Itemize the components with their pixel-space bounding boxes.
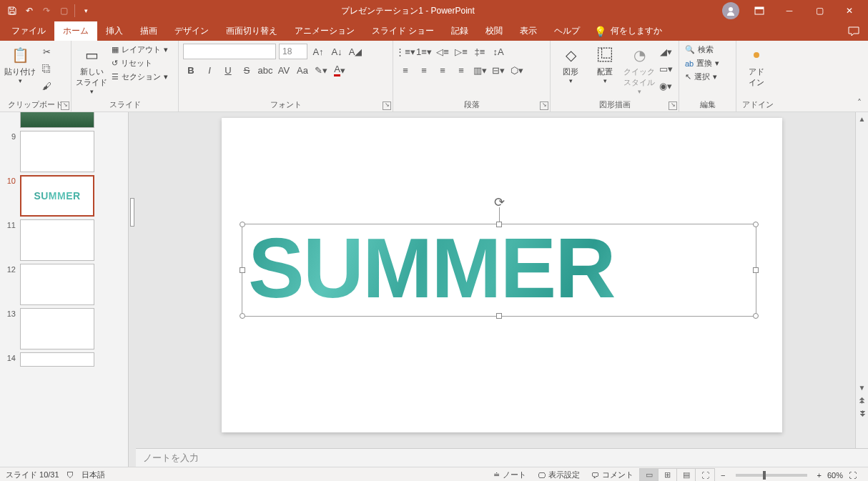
tab-help[interactable]: ヘルプ xyxy=(546,21,588,41)
arrange-button[interactable]: ⿺ 配置▾ xyxy=(589,44,621,84)
align-center-icon[interactable]: ≡ xyxy=(416,62,432,78)
minimize-button[interactable]: ─ xyxy=(775,0,804,21)
zoom-slider-thumb[interactable] xyxy=(763,471,766,480)
thumbnail-row[interactable] xyxy=(0,112,128,129)
redo-icon[interactable]: ↷ xyxy=(39,3,54,19)
shapes-button[interactable]: ◇ 図形▾ xyxy=(555,44,586,84)
section-button[interactable]: ☰セクション ▾ xyxy=(110,71,169,83)
tab-home[interactable]: ホーム xyxy=(54,21,97,41)
shape-fill-icon[interactable]: ◢▾ xyxy=(658,44,674,59)
new-slide-button[interactable]: ▭ 新しい スライド ▾ xyxy=(76,44,107,95)
slide-counter[interactable]: スライド 10/31 xyxy=(6,470,59,480)
notes-pane[interactable]: ノートを入力 xyxy=(136,448,868,467)
decrease-indent-icon[interactable]: ◁≡ xyxy=(435,44,450,59)
character-spacing-icon[interactable]: AV xyxy=(276,62,292,78)
scroll-down-icon[interactable]: ▼ xyxy=(856,381,868,394)
font-dialog-launcher[interactable]: ↘ xyxy=(383,101,391,110)
font-size-input[interactable]: 18 xyxy=(279,44,307,59)
tab-insert[interactable]: 挿入 xyxy=(97,21,132,41)
fit-to-window-icon[interactable]: ⛶ xyxy=(843,471,862,480)
italic-button[interactable]: I xyxy=(202,62,217,78)
reset-button[interactable]: ↺リセット xyxy=(110,57,169,69)
font-color-icon[interactable]: A▾ xyxy=(332,62,347,78)
close-button[interactable]: ✕ xyxy=(835,0,864,21)
thumbnail-row[interactable]: 12 xyxy=(0,262,128,307)
format-painter-icon[interactable]: 🖌 xyxy=(39,78,54,94)
bullets-icon[interactable]: ⋮≡▾ xyxy=(398,44,413,59)
zoom-in-button[interactable]: + xyxy=(812,471,827,480)
slideshow-view-icon[interactable]: ⛶ xyxy=(696,469,714,482)
drawing-dialog-launcher[interactable]: ↘ xyxy=(669,101,677,110)
align-text-icon[interactable]: ⊟▾ xyxy=(490,62,506,78)
tab-transitions[interactable]: 画面切り替え xyxy=(217,21,286,41)
slide[interactable]: ⟳ SUMMER xyxy=(222,118,782,432)
clipboard-dialog-launcher[interactable]: ↘ xyxy=(61,101,69,110)
prev-slide-icon[interactable]: ⯭ xyxy=(856,394,868,407)
clear-formatting-icon[interactable]: A◢ xyxy=(347,44,363,59)
user-avatar[interactable] xyxy=(722,2,739,19)
thumbnail-row[interactable]: 10 SUMMER xyxy=(0,174,128,218)
undo-icon[interactable]: ↶ xyxy=(21,3,37,19)
shape-outline-icon[interactable]: ▭▾ xyxy=(658,61,674,76)
tab-animations[interactable]: アニメーション xyxy=(286,21,363,41)
decrease-font-icon[interactable]: A↓ xyxy=(329,44,345,59)
display-settings-button[interactable]: 🖵 表示設定 xyxy=(532,470,586,480)
increase-indent-icon[interactable]: ▷≡ xyxy=(453,44,469,59)
highlight-icon[interactable]: ✎▾ xyxy=(313,62,329,78)
select-button[interactable]: ↖選択 ▾ xyxy=(684,71,721,83)
sorter-view-icon[interactable]: ⊞ xyxy=(659,469,677,482)
comments-button[interactable]: 🗩 コメント xyxy=(586,470,639,480)
thumbnail-row[interactable]: 11 xyxy=(0,218,128,262)
align-left-icon[interactable]: ≡ xyxy=(398,62,413,78)
resize-handle[interactable] xyxy=(753,313,759,319)
tab-draw[interactable]: 描画 xyxy=(132,21,166,41)
tab-design[interactable]: デザイン xyxy=(166,21,217,41)
shape-effects-icon[interactable]: ◉▾ xyxy=(658,78,674,94)
tab-review[interactable]: 校閲 xyxy=(477,21,511,41)
textbox-content[interactable]: SUMMER xyxy=(242,224,756,312)
vertical-scrollbar[interactable]: ▲ ▼ ⯭ ⯯ xyxy=(855,112,868,448)
resize-handle[interactable] xyxy=(240,313,245,319)
line-spacing-icon[interactable]: ‡≡ xyxy=(472,44,488,59)
ribbon-display-icon[interactable] xyxy=(745,0,774,21)
paragraph-dialog-launcher[interactable]: ↘ xyxy=(540,101,548,110)
change-case-icon[interactable]: Aa xyxy=(295,62,310,78)
scroll-up-icon[interactable]: ▲ xyxy=(856,112,868,125)
normal-view-icon[interactable]: ▭ xyxy=(640,469,659,482)
start-from-beginning-icon[interactable]: ▢ xyxy=(56,3,71,19)
qat-dropdown-icon[interactable]: ▾ xyxy=(78,3,94,19)
splitter-handle[interactable] xyxy=(130,198,134,227)
save-icon[interactable] xyxy=(4,3,20,19)
tab-file[interactable]: ファイル xyxy=(3,21,54,41)
next-slide-icon[interactable]: ⯯ xyxy=(856,407,868,420)
accessibility-icon[interactable]: ⛉ xyxy=(66,471,74,480)
cut-icon[interactable]: ✂ xyxy=(39,44,54,59)
shadow-button[interactable]: abc xyxy=(257,62,273,78)
bold-button[interactable]: B xyxy=(183,62,199,78)
comments-pane-icon[interactable] xyxy=(839,21,868,41)
increase-font-icon[interactable]: A↑ xyxy=(310,44,326,59)
layout-button[interactable]: ▦レイアウト ▾ xyxy=(110,44,169,56)
collapse-ribbon-icon[interactable]: ˄ xyxy=(854,97,865,109)
zoom-slider[interactable] xyxy=(736,474,807,477)
tab-slideshow[interactable]: スライド ショー xyxy=(363,21,443,41)
tab-record[interactable]: 記録 xyxy=(443,21,477,41)
replace-button[interactable]: ab置換 ▾ xyxy=(684,57,721,69)
maximize-button[interactable]: ▢ xyxy=(805,0,834,21)
thumbnail-row[interactable]: 14 xyxy=(0,351,128,368)
addins-button[interactable]: アド イン xyxy=(741,44,772,88)
quick-styles-button[interactable]: ◔ クイック スタイル▾ xyxy=(623,44,655,95)
language-status[interactable]: 日本語 xyxy=(82,470,105,480)
numbering-icon[interactable]: 1≡▾ xyxy=(416,44,432,59)
tell-me-search[interactable]: 💡 何をしますか xyxy=(594,21,662,41)
thumbnail-row[interactable]: 13 xyxy=(0,307,128,351)
copy-icon[interactable]: ⿻ xyxy=(39,61,54,76)
zoom-level[interactable]: 60% xyxy=(827,471,843,480)
paste-button[interactable]: 📋 貼り付け ▾ xyxy=(4,44,36,84)
notes-toggle[interactable]: ≐ ノート xyxy=(488,470,532,480)
find-button[interactable]: 🔍検索 xyxy=(684,44,721,56)
text-direction-icon[interactable]: ↕A xyxy=(490,44,506,59)
thumbnail-row[interactable]: 9 xyxy=(0,129,128,174)
strikethrough-button[interactable]: S xyxy=(239,62,255,78)
selected-textbox[interactable]: ⟳ SUMMER xyxy=(242,224,756,317)
